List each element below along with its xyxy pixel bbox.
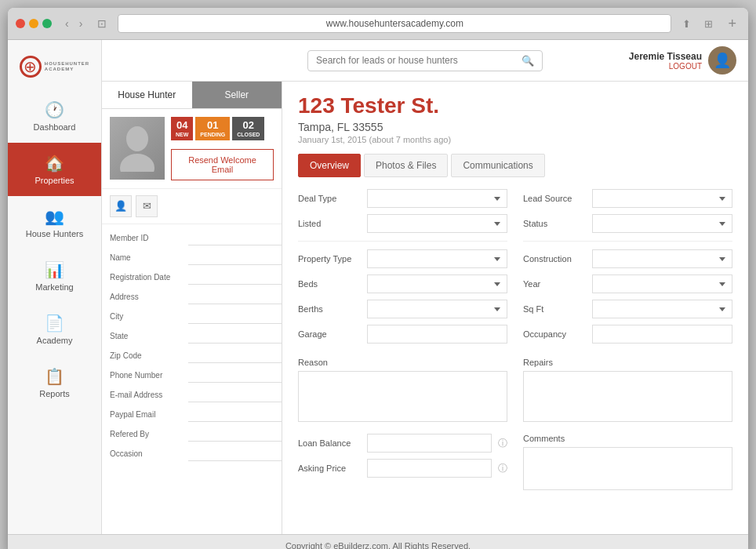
field-label-address: Address [110,293,184,301]
input-asking-price[interactable] [367,459,492,478]
left-panel: House Hunter Seller [102,82,282,534]
field-input-state[interactable] [188,329,282,344]
field-refered-by: Refered By [110,427,274,442]
select-beds[interactable] [367,274,507,293]
input-comments[interactable] [523,447,732,490]
sidebar-item-reports[interactable]: 📋 Reports [8,356,101,409]
tab-seller[interactable]: Seller [192,82,282,108]
profile-photo-placeholder [110,117,165,180]
sidebar-item-marketing[interactable]: 📊 Marketing [8,249,101,303]
sidebar-label-reports: Reports [39,389,70,398]
academy-icon: 📄 [45,314,64,333]
field-input-paypal-email[interactable] [188,407,282,422]
select-construction[interactable] [592,249,732,268]
overview-right-col: Lead Source Status Construction [523,189,732,350]
field-phone-number: Phone Number [110,368,274,383]
bookmark-button[interactable]: ⊞ [700,16,718,31]
form-group-occupancy: Occupancy [523,325,732,344]
url-bar[interactable] [118,14,671,33]
sidebar-label-dashboard: Dashboard [34,122,76,132]
badge-new-number: 04 [176,119,188,132]
field-registration-date: Registration Date [110,270,274,285]
new-tab-button[interactable]: + [724,16,740,32]
main-area: 🔍 Jeremie Tisseau LOGOUT 👤 [102,40,748,534]
sidebar-item-academy[interactable]: 📄 Academy [8,303,101,356]
field-input-name[interactable] [188,250,282,265]
expand-button[interactable]: ⊡ [93,16,111,31]
logout-button[interactable]: LOGOUT [629,62,702,71]
properties-icon: 🏠 [45,154,64,173]
user-name: Jeremie Tisseau [629,51,702,62]
sidebar-item-dashboard[interactable]: 🕐 Dashboard [8,89,101,143]
field-input-phone-number[interactable] [188,368,282,383]
resend-email-button[interactable]: Resend Welcome Email [171,149,274,180]
logo-icon [20,56,42,78]
form-group-lead-source: Lead Source [523,189,732,208]
form-group-listed: Listed [298,214,507,233]
input-repairs[interactable] [523,371,732,422]
select-sqft[interactable] [592,300,732,318]
share-button[interactable]: ⬆ [678,16,696,31]
icon-row: 👤 ✉ [102,189,282,224]
field-input-registration-date[interactable] [188,270,282,285]
input-reason[interactable] [298,371,507,422]
field-input-address[interactable] [188,289,282,304]
property-tabs: Overview Photos & Files Communications [298,154,732,177]
search-input[interactable] [316,55,522,66]
field-input-zip-code[interactable] [188,348,282,363]
email-icon-button[interactable]: ✉ [136,195,158,217]
tab-overview[interactable]: Overview [298,154,361,177]
tab-communications[interactable]: Communications [451,154,544,177]
close-dot[interactable] [16,19,25,28]
svg-point-1 [120,154,154,172]
field-address: Address [110,289,274,304]
search-box[interactable]: 🔍 [307,50,543,71]
sidebar-label-academy: Academy [37,336,73,345]
maximize-dot[interactable] [42,19,52,28]
tab-house-hunter[interactable]: House Hunter [102,82,192,108]
select-status[interactable] [592,214,732,233]
avatar: 👤 [708,46,736,75]
field-input-occasion[interactable] [188,446,282,461]
form-group-garage: Garage [298,325,507,344]
field-email-address: E-mail Address [110,387,274,402]
select-property-type[interactable] [367,249,507,268]
tab-photos-files[interactable]: Photos & Files [364,154,448,177]
sidebar-label-marketing: Marketing [35,282,73,292]
browser-nav: ‹ › [61,16,86,31]
forward-button[interactable]: › [75,16,87,31]
field-input-city[interactable] [188,309,282,324]
select-lead-source[interactable] [592,189,732,208]
label-status: Status [523,219,586,228]
badge-new-label: NEW [176,132,188,138]
select-berths[interactable] [367,300,507,318]
sidebar-item-properties[interactable]: 🏠 Properties [8,143,101,196]
input-loan-balance[interactable] [367,434,492,453]
user-area: Jeremie Tisseau LOGOUT 👤 [629,46,736,75]
back-button[interactable]: ‹ [61,16,73,31]
select-deal-type[interactable] [367,189,507,208]
search-icon[interactable]: 🔍 [522,55,534,67]
form-group-sqft: Sq Ft [523,300,732,318]
label-occupancy: Occupancy [523,329,586,339]
field-paypal-email: Paypal Email [110,407,274,422]
field-input-member-id[interactable] [188,231,282,245]
app-container: HOUSEHUNTER ACADEMY 🕐 Dashboard 🏠 Proper… [8,40,748,534]
input-occupancy[interactable] [592,325,732,344]
label-year: Year [523,279,586,289]
label-sqft: Sq Ft [523,304,586,314]
asking-price-info-icon[interactable]: ⓘ [498,462,507,475]
minimize-dot[interactable] [29,19,38,28]
loan-balance-info-icon[interactable]: ⓘ [498,437,507,450]
field-input-email-address[interactable] [188,387,282,402]
field-input-refered-by[interactable] [188,427,282,442]
form-group-property-type: Property Type [298,249,507,268]
select-listed[interactable] [367,214,507,233]
form-group-deal-type: Deal Type [298,189,507,208]
label-deal-type: Deal Type [298,194,361,203]
input-garage[interactable] [367,325,507,344]
overview-left-col: Deal Type Listed Property Type [298,189,507,350]
sidebar-item-house-hunters[interactable]: 👥 House Hunters [8,196,101,249]
profile-icon-button[interactable]: 👤 [110,195,132,217]
select-year[interactable] [592,274,732,293]
